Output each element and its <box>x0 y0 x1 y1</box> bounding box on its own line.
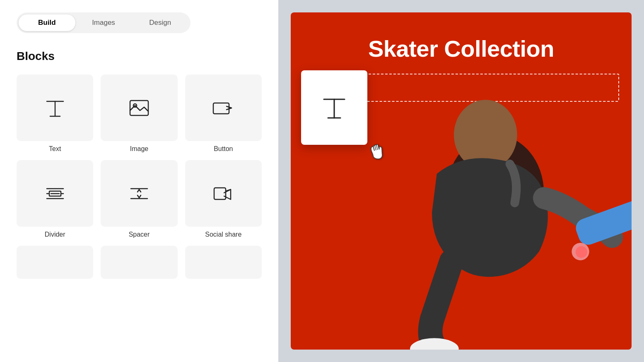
block-card-image <box>101 74 177 141</box>
tab-bar: Build Images Design <box>17 12 191 33</box>
block-card-spacer <box>101 160 177 227</box>
button-icon <box>210 95 236 121</box>
text-icon <box>42 95 68 121</box>
block-label-spacer: Spacer <box>129 231 150 238</box>
floating-text-icon <box>318 91 351 124</box>
block-card-social-share <box>185 160 262 227</box>
floating-text-card <box>301 70 367 145</box>
left-panel: Build Images Design Blocks Text <box>0 0 278 362</box>
block-item-social-share[interactable]: Social share <box>185 160 262 238</box>
block-card-text <box>17 74 93 141</box>
block-card-partial-3 <box>185 246 262 279</box>
block-label-image: Image <box>130 145 148 153</box>
svg-point-30 <box>410 338 459 350</box>
canvas-area: Skater Collection <box>291 12 632 350</box>
block-card-button <box>185 74 262 141</box>
image-icon <box>126 95 152 121</box>
block-label-text: Text <box>49 145 61 153</box>
block-card-divider <box>17 160 93 227</box>
block-label-social-share: Social share <box>205 231 241 238</box>
block-label-divider: Divider <box>45 231 65 238</box>
blocks-heading: Blocks <box>17 50 262 63</box>
tab-design[interactable]: Design <box>132 14 188 31</box>
block-item-text[interactable]: Text <box>17 74 93 153</box>
block-item-spacer[interactable]: Spacer <box>101 160 177 238</box>
block-card-partial-1 <box>17 246 93 279</box>
spacer-icon <box>126 180 152 207</box>
blocks-grid: Text Image Button <box>17 74 262 238</box>
block-label-button: Button <box>214 145 233 153</box>
block-item-image[interactable]: Image <box>101 74 177 153</box>
block-item-divider[interactable]: Divider <box>17 160 93 238</box>
canvas-title: Skater Collection <box>291 35 632 62</box>
block-card-partial-2 <box>101 246 177 279</box>
right-panel: Skater Collection <box>278 0 644 362</box>
divider-icon <box>42 180 68 207</box>
block-item-button[interactable]: Button <box>185 74 262 153</box>
svg-rect-5 <box>213 103 229 114</box>
svg-point-28 <box>576 246 587 258</box>
svg-rect-14 <box>214 188 226 199</box>
tab-build[interactable]: Build <box>19 14 75 31</box>
social-share-icon <box>210 180 236 207</box>
tab-images[interactable]: Images <box>75 14 132 31</box>
